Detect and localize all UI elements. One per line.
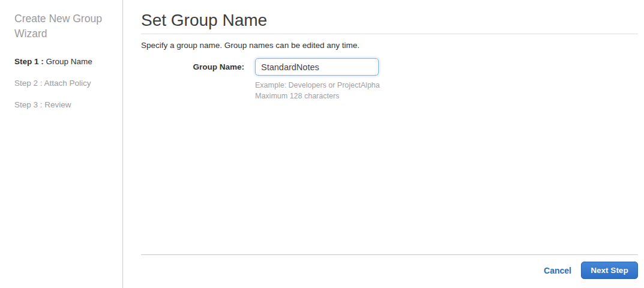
group-name-label: Group Name: [141,62,244,71]
page-title: Set Group Name [141,0,638,29]
next-step-button[interactable]: Next Step [581,262,638,279]
group-name-input[interactable] [255,58,379,76]
step-1-label: Group Name [46,57,92,66]
step-2-attach-policy: Step 2 : Attach Policy [14,79,110,88]
step-1-group-name: Step 1 : Group Name [14,57,110,67]
hint-max-characters: Maximum 128 characters [255,91,638,101]
wizard-sidebar: Create New Group Wizard Step 1 : Group N… [0,0,123,288]
page-description: Specify a group name. Group names can be… [141,41,638,50]
step-3-review: Step 3 : Review [14,100,110,110]
wizard-steps: Step 1 : Group Name Step 2 : Attach Poli… [14,57,110,110]
step-1-prefix: Step 1 : [14,57,46,66]
wizard-footer: Cancel Next Step [141,254,638,279]
wizard-title: Create New Group Wizard [14,11,110,41]
title-divider [141,34,638,34]
hint-example: Example: Developers or ProjectAlpha [255,80,638,91]
group-name-hints: Example: Developers or ProjectAlpha Maxi… [255,80,638,101]
group-name-form-row: Group Name: [141,58,638,76]
step-2-prefix: Step 2 : [14,79,44,88]
main-panel: Set Group Name Specify a group name. Gro… [141,0,638,288]
step-3-label: Review [44,100,71,109]
cancel-link[interactable]: Cancel [544,266,571,275]
step-2-label: Attach Policy [44,79,91,88]
step-3-prefix: Step 3 : [14,100,44,109]
